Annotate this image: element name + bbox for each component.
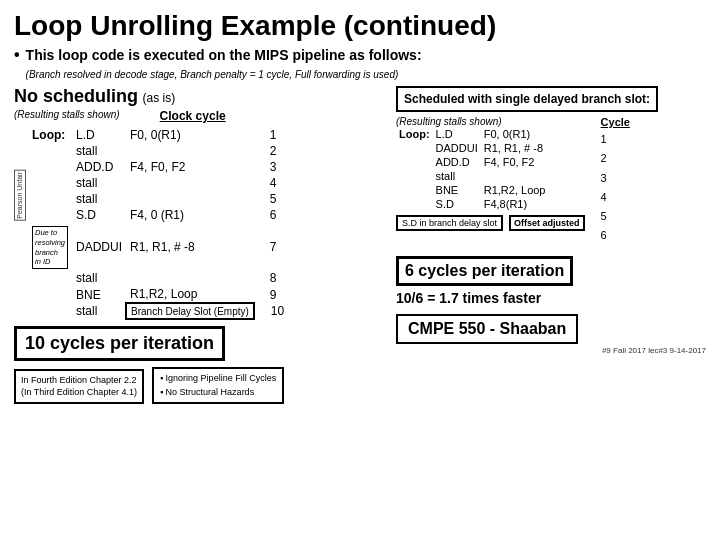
clock-cycle-header: Clock cycle — [160, 109, 226, 123]
instr-cell: DADDUI — [72, 223, 126, 270]
six-cycles-box: 6 cycles per iteration — [396, 256, 573, 286]
instr-cell: DADDUI — [433, 141, 481, 155]
table-row: stall 8 — [28, 270, 288, 286]
cycle-cell: 4 — [254, 175, 288, 191]
edition-line2: (In Third Edition Chapter 4.1) — [21, 386, 137, 399]
instr-cell: BNE — [433, 183, 481, 197]
branch-note: (Branch resolved in decode stage, Branch… — [26, 69, 399, 80]
instr-cell: stall — [72, 303, 126, 319]
offset-label: Offset adjusted — [514, 218, 580, 228]
page: Loop Unrolling Example (continued) • Thi… — [0, 0, 720, 540]
table-row: stall 2 — [28, 143, 288, 159]
args-cell — [126, 143, 254, 159]
args-cell: F0, 0(R1) — [126, 127, 254, 143]
cycle-cell: 9 — [254, 286, 288, 303]
times-faster: 10/6 = 1.7 times faster — [396, 290, 706, 306]
instr-cell: stall — [433, 169, 481, 183]
args-cell: R1,R2, Loop — [126, 286, 254, 303]
label-cell — [396, 197, 433, 211]
args-cell: R1,R2, Loop — [481, 183, 549, 197]
label-cell — [396, 155, 433, 169]
page-title: Loop Unrolling Example (continued) — [14, 10, 706, 42]
table-row: S.D F4, 0 (R1) 6 — [28, 207, 288, 223]
no-scheduling-title: No scheduling — [14, 86, 138, 106]
args-cell — [126, 270, 254, 286]
loop-label-right: Loop: — [396, 127, 433, 141]
instr-cell: BNE — [72, 286, 126, 303]
cycle-header-right: Cycle — [601, 116, 630, 128]
table-row: stall 4 — [28, 175, 288, 191]
edition-line1: In Fourth Edition Chapter 2.2 — [21, 374, 137, 387]
label-cell — [28, 143, 72, 159]
label-cell — [396, 183, 433, 197]
left-panel: No scheduling (as is) (Resulting stalls … — [14, 86, 388, 404]
table-row: Loop: L.D F0, 0(R1) — [396, 127, 548, 141]
args-cell — [126, 191, 254, 207]
branch-delay-slot: Branch Delay Slot (Empty) — [126, 303, 254, 319]
cycle-1: 1 — [601, 130, 630, 149]
right-panel: Scheduled with single delayed branch slo… — [396, 86, 706, 404]
instr-cell: ADD.D — [72, 159, 126, 175]
label-cell — [28, 286, 72, 303]
loop-label-cell: Loop: — [28, 127, 72, 143]
label-cell — [28, 191, 72, 207]
instr-cell: stall — [72, 175, 126, 191]
label-cell — [28, 270, 72, 286]
cycle-cell: 5 — [254, 191, 288, 207]
cycle-numbers: 1 2 3 4 5 6 — [601, 130, 630, 246]
instr-cell: L.D — [433, 127, 481, 141]
cycle-cell: 8 — [254, 270, 288, 286]
footnote: #9 Fall 2017 lec#3 9-14-2017 — [396, 346, 706, 355]
instr-cell: stall — [72, 270, 126, 286]
side-label: Pearson Unfair — [14, 170, 26, 221]
bullet-item-2: ▪ No Structural Hazards — [160, 386, 276, 400]
label-cell — [396, 141, 433, 155]
cycle-cell: 7 — [254, 223, 288, 270]
label-cell — [28, 207, 72, 223]
sd-branch-delay-box: S.D in branch delay slot — [396, 215, 503, 231]
code-table-right: Loop: L.D F0, 0(R1) DADDUI R1, R1, # -8 … — [396, 127, 548, 211]
offset-box: Offset adjusted — [509, 215, 585, 231]
cycle-6: 6 — [601, 226, 630, 245]
edition-info-box: In Fourth Edition Chapter 2.2 (In Third … — [14, 369, 144, 404]
args-cell: F0, 0(R1) — [481, 127, 549, 141]
cycle-cell: 2 — [254, 143, 288, 159]
instr-cell: stall — [72, 143, 126, 159]
args-cell: F4, F0, F2 — [126, 159, 254, 175]
scheduled-title: Scheduled with single delayed branch slo… — [404, 92, 650, 106]
args-cell — [481, 169, 549, 183]
args-cell — [126, 175, 254, 191]
label-cell — [28, 303, 72, 319]
cycle-4: 4 — [601, 188, 630, 207]
cycle-5: 5 — [601, 207, 630, 226]
cycle-cell: 10 — [254, 303, 288, 319]
table-row: stall Branch Delay Slot (Empty) 10 — [28, 303, 288, 319]
label-cell: Due toresolvingbranchin ID — [28, 223, 72, 270]
args-cell: F4, F0, F2 — [481, 155, 549, 169]
instr-cell: ADD.D — [433, 155, 481, 169]
cycle-cell: 1 — [254, 127, 288, 143]
instr-cell: L.D — [72, 127, 126, 143]
table-row: BNE R1,R2, Loop 9 — [28, 286, 288, 303]
table-row: S.D F4,8(R1) — [396, 197, 548, 211]
table-row: BNE R1,R2, Loop — [396, 183, 548, 197]
label-cell — [28, 175, 72, 191]
args-cell: R1, R1, # -8 — [126, 223, 254, 270]
table-row: ADD.D F4, F0, F2 — [396, 155, 548, 169]
cmpe-box: CMPE 550 - Shaaban — [396, 314, 578, 344]
table-row: ADD.D F4, F0, F2 3 — [28, 159, 288, 175]
table-row: stall — [396, 169, 548, 183]
args-cell: R1, R1, # -8 — [481, 141, 549, 155]
args-cell: F4,8(R1) — [481, 197, 549, 211]
label-cell — [396, 169, 433, 183]
resulting-stalls-right: (Resulting stalls shown) — [396, 116, 585, 127]
subtitle-text: This loop code is executed on the MIPS p… — [26, 47, 422, 63]
cycle-cell: 3 — [254, 159, 288, 175]
bullet-item-1: ▪ Ignoring Pipeline Fill Cycles — [160, 372, 276, 386]
args-cell: F4, 0 (R1) — [126, 207, 254, 223]
due-to-note: Due toresolvingbranchin ID — [32, 226, 68, 269]
as-is-label: (as is) — [142, 91, 175, 105]
table-row: DADDUI R1, R1, # -8 — [396, 141, 548, 155]
instr-cell: S.D — [433, 197, 481, 211]
code-table-left: Loop: L.D F0, 0(R1) 1 stall 2 ADD.D — [28, 127, 288, 320]
